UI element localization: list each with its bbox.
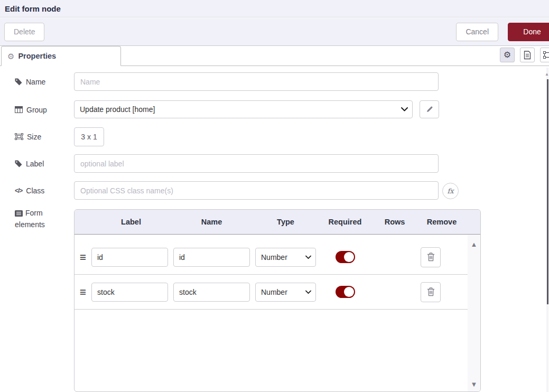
form-elements-table: Label Name Type Required Rows Remove ≡ N… <box>74 209 481 392</box>
form-elements-table-header: Label Name Type Required Rows Remove <box>75 210 480 235</box>
trash-icon <box>427 253 435 262</box>
group-field-label-text: Group <box>26 106 47 114</box>
dialog-title-bar: Edit form node <box>0 0 549 17</box>
list-alt-icon <box>15 210 23 217</box>
dialog-toolbar: Delete Cancel Done <box>0 18 549 46</box>
code-icon: </> <box>15 187 22 194</box>
form-elements-rows: ≡ Number ≡ <box>75 235 468 392</box>
element-type-select[interactable]: Number <box>255 248 316 267</box>
description-tab-button[interactable] <box>520 48 535 62</box>
cancel-button[interactable]: Cancel <box>456 23 498 41</box>
done-button[interactable]: Done <box>508 23 549 41</box>
tab-bar: ⚙ Properties ⚙ <box>0 46 549 66</box>
form-element-row: ≡ Number <box>75 240 468 275</box>
name-input[interactable] <box>74 72 439 91</box>
trash-icon <box>427 287 435 296</box>
class-input[interactable] <box>74 181 439 200</box>
element-label-input[interactable] <box>91 283 168 302</box>
size-field-label-text: Size <box>27 133 41 141</box>
label-field-label-text: Label <box>26 160 44 168</box>
column-header-required: Required <box>319 218 371 226</box>
drag-handle[interactable]: ≡ <box>75 251 91 263</box>
form-elements-table-body: ≡ Number ≡ <box>75 235 480 392</box>
dialog-scrollbar-thumb[interactable] <box>547 79 548 304</box>
gear-icon: ⚙ <box>7 52 14 60</box>
label-input[interactable] <box>74 154 439 173</box>
class-field-label-text: Class <box>26 186 44 195</box>
layout-icon <box>543 51 549 59</box>
properties-tab-button[interactable]: ⚙ <box>500 48 515 62</box>
gear-icon: ⚙ <box>504 51 511 59</box>
table-scrollbar[interactable]: ▲ ▼ <box>468 235 480 392</box>
edit-form-node-dialog: { "header": { "title": "Edit form node" … <box>0 0 549 392</box>
element-type-select[interactable]: Number <box>255 283 316 302</box>
group-select-wrap: Update product [home] <box>74 100 413 118</box>
form-elements-field-label: Form elements <box>15 207 68 230</box>
class-field-label: </> Class <box>15 181 44 200</box>
size-button[interactable]: 3 x 1 <box>74 127 104 146</box>
drag-handle[interactable]: ≡ <box>75 286 91 297</box>
dialog-title: Edit form node <box>5 4 61 13</box>
dialog-scroll-up-icon[interactable]: ▲ <box>545 72 549 77</box>
tab-properties[interactable]: ⚙ Properties <box>1 46 121 66</box>
column-header-remove: Remove <box>418 218 466 226</box>
name-field-label: Name <box>15 72 45 91</box>
element-name-input[interactable] <box>173 283 250 302</box>
class-expression-button[interactable]: fx <box>442 183 459 199</box>
table-icon <box>15 106 23 113</box>
tab-action-buttons: ⚙ <box>500 48 549 62</box>
column-header-rows: Rows <box>371 218 418 226</box>
pencil-icon <box>426 106 433 113</box>
remove-row-button[interactable] <box>421 282 441 302</box>
size-field-label: Size <box>15 127 41 146</box>
scroll-up-icon[interactable]: ▲ <box>468 241 480 248</box>
edit-group-button[interactable] <box>420 100 439 118</box>
column-header-name: Name <box>171 218 253 226</box>
delete-button[interactable]: Delete <box>4 23 44 41</box>
tag-icon <box>15 78 22 86</box>
column-header-label: Label <box>91 218 171 226</box>
element-label-input[interactable] <box>91 248 168 267</box>
appearance-tab-button[interactable] <box>540 48 549 62</box>
group-field-label: Group <box>15 100 47 119</box>
document-icon <box>524 51 531 60</box>
column-header-type: Type <box>253 218 319 226</box>
label-field-label: Label <box>15 154 44 173</box>
form-element-row: ≡ Number <box>75 275 468 310</box>
object-group-icon <box>15 133 23 140</box>
fx-icon: fx <box>447 187 453 195</box>
tab-properties-label: Properties <box>18 52 56 60</box>
group-select[interactable]: Update product [home] <box>74 100 413 118</box>
element-name-input[interactable] <box>173 248 250 267</box>
required-toggle[interactable] <box>336 286 355 298</box>
required-toggle[interactable] <box>336 251 355 263</box>
tag-icon <box>15 160 22 167</box>
name-field-label-text: Name <box>26 78 45 86</box>
remove-row-button[interactable] <box>421 247 441 267</box>
scroll-down-icon[interactable]: ▼ <box>468 381 480 388</box>
